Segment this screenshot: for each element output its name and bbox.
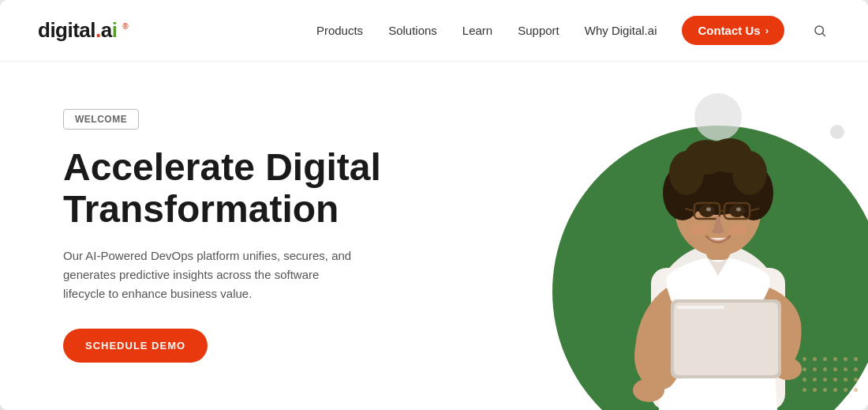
svg-line-1	[822, 33, 825, 36]
svg-point-26	[736, 208, 741, 212]
contact-us-button[interactable]: Contact Us ›	[682, 16, 784, 45]
contact-arrow-icon: ›	[765, 24, 769, 36]
nav-solutions[interactable]: Solutions	[388, 24, 437, 37]
welcome-badge: WELCOME	[63, 109, 139, 130]
nav-why[interactable]: Why Digital.ai	[585, 24, 657, 37]
nav-products[interactable]: Products	[316, 24, 363, 37]
hero-description: Our AI-Powered DevOps platform unifies, …	[63, 246, 363, 303]
svg-rect-8	[677, 306, 724, 309]
svg-point-25	[729, 205, 745, 217]
hero-visual	[477, 62, 868, 410]
svg-point-4	[633, 378, 664, 402]
svg-rect-7	[674, 303, 778, 375]
logo[interactable]: digital.ai ®	[38, 18, 128, 43]
svg-point-0	[815, 26, 824, 35]
person-svg	[592, 62, 844, 410]
person-illustration	[592, 62, 844, 410]
svg-point-22	[699, 205, 715, 217]
svg-point-23	[706, 208, 711, 212]
hero-content: WELCOME Accelerate Digital Transformatio…	[0, 62, 477, 410]
hero-title: Accelerate Digital Transformation	[63, 147, 430, 231]
browser-frame: digital.ai ® Products Solutions Learn Su…	[0, 0, 868, 410]
logo-text: digital.ai ®	[38, 18, 128, 43]
hero-section: WELCOME Accelerate Digital Transformatio…	[0, 62, 868, 410]
svg-point-20	[732, 151, 767, 195]
header: digital.ai ® Products Solutions Learn Su…	[0, 0, 868, 62]
nav-support[interactable]: Support	[518, 24, 559, 37]
schedule-demo-button[interactable]: SCHEDULE DEMO	[63, 329, 208, 363]
svg-point-31	[728, 224, 747, 235]
main-nav: Products Solutions Learn Support Why Dig…	[316, 16, 830, 45]
search-button[interactable]	[810, 21, 830, 41]
search-icon	[813, 24, 827, 38]
nav-learn[interactable]: Learn	[462, 24, 492, 37]
svg-point-19	[669, 151, 704, 195]
svg-point-30	[689, 224, 708, 235]
